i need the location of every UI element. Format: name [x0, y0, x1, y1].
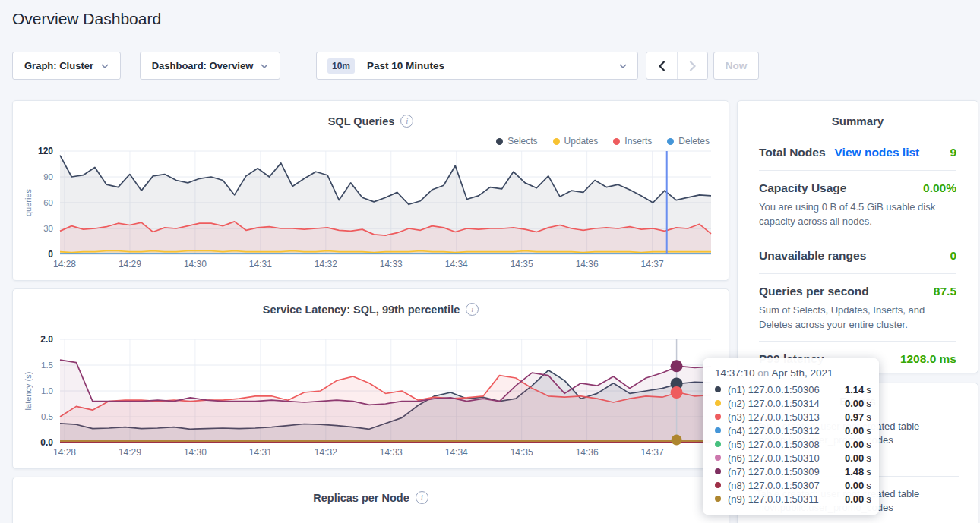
x-tick-label: 14:28	[53, 259, 76, 269]
tooltip-row: (n4) 127.0.0.1:503120.00s	[715, 424, 867, 437]
service-latency-panel: Service Latency: SQL, 99th percentile i …	[12, 288, 729, 469]
now-button[interactable]: Now	[713, 52, 759, 80]
x-tick-label: 14:28	[53, 447, 76, 458]
tooltip-row: (n7) 127.0.0.1:503091.48s	[715, 465, 867, 478]
y-tick-label: 0	[48, 249, 53, 260]
legend-label: Updates	[564, 136, 599, 147]
chevron-down-icon	[619, 64, 627, 68]
p99-latency-value: 1208.0 ms	[900, 351, 956, 367]
x-tick-label: 14:33	[380, 259, 403, 269]
y-tick-label: 90	[43, 172, 53, 181]
unavailable-ranges-label: Unavailable ranges	[759, 247, 866, 264]
legend-item-deletes[interactable]: Deletes	[667, 136, 710, 147]
x-tick-label: 14:30	[184, 259, 207, 269]
info-icon[interactable]: i	[416, 491, 428, 504]
divider	[759, 238, 956, 238]
node-latency-value: 1.14	[845, 384, 864, 395]
node-color-dot	[715, 455, 721, 461]
legend-item-selects[interactable]: Selects	[496, 136, 537, 147]
tooltip-time: 14:37:10	[715, 367, 755, 379]
y-tick-label: 1.0	[41, 386, 53, 395]
x-tick-label: 14:29	[119, 447, 141, 458]
graph-scope-label: Graph: Cluster	[24, 60, 93, 71]
node-address: (n8) 127.0.0.1:50307	[728, 480, 840, 491]
time-range-label: Past 10 Minutes	[367, 60, 444, 71]
legend-label: Inserts	[624, 136, 652, 147]
node-color-dot	[715, 468, 721, 474]
x-tick-label: 14:34	[445, 447, 468, 458]
chart-canvas	[60, 151, 711, 254]
tooltip-row: (n3) 127.0.0.1:503130.97s	[715, 410, 867, 424]
node-latency-unit: s	[866, 425, 871, 436]
legend-dot	[613, 138, 620, 145]
node-latency-value: 0.00	[845, 439, 864, 450]
node-address: (n5) 127.0.0.1:50308	[728, 439, 840, 450]
x-tick-label: 14:35	[511, 447, 533, 458]
qps-label: Queries per second	[759, 283, 869, 300]
y-tick-label: 0.5	[41, 412, 53, 421]
time-range-dropdown[interactable]: 10m Past 10 Minutes	[316, 52, 638, 80]
x-tick-label: 14:31	[249, 447, 272, 458]
node-address: (n7) 127.0.0.1:50309	[728, 466, 840, 477]
info-icon[interactable]: i	[400, 115, 413, 128]
legend-label: Selects	[507, 136, 537, 147]
qps-note: Sum of Selects, Updates, Inserts, and De…	[759, 303, 956, 332]
toolbar-divider	[299, 50, 299, 81]
node-address: (n1) 127.0.0.1:50306	[728, 384, 840, 395]
node-color-dot	[715, 414, 721, 420]
dashboard-dropdown[interactable]: Dashboard: Overview	[140, 52, 280, 80]
node-color-dot	[715, 400, 721, 406]
legend-dot	[496, 138, 503, 145]
node-latency-unit: s	[866, 398, 871, 409]
unavailable-ranges-value: 0	[950, 247, 956, 264]
tooltip-conj: on	[757, 367, 769, 379]
info-icon[interactable]: i	[466, 303, 479, 316]
legend-item-inserts[interactable]: Inserts	[613, 136, 652, 147]
node-latency-unit: s	[866, 452, 871, 464]
y-tick-label: 30	[43, 224, 53, 233]
view-nodes-list-link[interactable]: View nodes list	[835, 144, 920, 161]
legend-item-updates[interactable]: Updates	[553, 136, 599, 147]
chart-title-replicas: Replicas per Node	[313, 492, 409, 504]
tooltip-row: (n1) 127.0.0.1:503061.14s	[715, 383, 867, 396]
node-latency-unit: s	[866, 384, 871, 395]
x-tick-label: 14:37	[641, 447, 664, 458]
node-latency-value: 0.00	[845, 425, 864, 436]
node-address: (n4) 127.0.0.1:50312	[728, 425, 840, 436]
node-latency-value: 0.00	[845, 480, 864, 491]
node-latency-unit: s	[866, 493, 871, 505]
x-tick-label: 14:29	[119, 259, 141, 269]
graph-scope-dropdown[interactable]: Graph: Cluster	[12, 52, 121, 80]
node-color-dot	[715, 496, 721, 502]
node-address: (n3) 127.0.0.1:50313	[728, 411, 840, 423]
chart-title-service-latency: Service Latency: SQL, 99th percentile	[263, 304, 460, 316]
chevron-down-icon	[101, 64, 109, 68]
sql-queries-chart[interactable]: 14:2814:2914:3014:3114:3214:3314:3414:35…	[60, 151, 711, 254]
service-latency-chart[interactable]: 14:2814:2914:3014:3114:3214:3314:3414:35…	[60, 339, 711, 443]
qps-value: 87.5	[934, 283, 956, 300]
sql-queries-panel: SQL Queries i SelectsUpdatesInsertsDelet…	[12, 100, 729, 281]
y-tick-label: 2.0	[40, 334, 53, 345]
y-axis-title: queries	[24, 189, 33, 216]
node-color-dot	[715, 441, 721, 447]
x-tick-label: 14:37	[641, 259, 664, 269]
previous-range-button[interactable]	[646, 52, 677, 79]
summary-row-qps: Queries per second 87.5	[759, 283, 956, 300]
x-tick-label: 14:35	[511, 259, 533, 269]
tooltip-row: (n8) 127.0.0.1:503070.00s	[715, 478, 867, 492]
chart-title-sql-queries: SQL Queries	[328, 115, 395, 128]
node-color-dot	[715, 386, 721, 392]
tooltip-row: (n5) 127.0.0.1:503080.00s	[715, 437, 867, 451]
legend-dot	[667, 138, 674, 145]
x-tick-label: 14:31	[249, 259, 272, 269]
node-address: (n2) 127.0.0.1:50314	[728, 398, 840, 409]
chevron-left-icon	[659, 61, 665, 71]
next-range-button[interactable]	[677, 52, 707, 79]
chevron-down-icon	[261, 64, 268, 68]
node-latency-unit: s	[866, 466, 871, 477]
y-tick-label: 60	[43, 198, 53, 207]
divider	[759, 341, 956, 342]
legend-dot	[553, 138, 560, 145]
x-tick-label: 14:32	[315, 447, 337, 458]
divider	[759, 170, 956, 171]
